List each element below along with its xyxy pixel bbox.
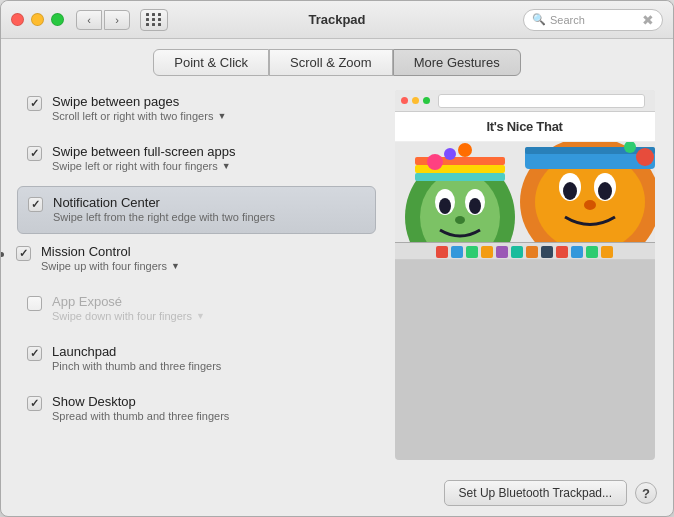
browser-close-dot — [401, 97, 408, 104]
launchpad-checkbox[interactable] — [27, 346, 42, 361]
grid-icon — [146, 13, 162, 26]
show-desktop-checkbox-wrap — [27, 396, 42, 411]
app-expose-checkbox[interactable] — [27, 296, 42, 311]
content-area: Swipe between pages Scroll left or right… — [1, 82, 673, 472]
swipe-fullscreen-checkbox-wrap — [27, 146, 42, 161]
tab-bar: Point & Click Scroll & Zoom More Gesture… — [1, 39, 673, 82]
mission-control-dropdown-icon[interactable]: ▼ — [171, 261, 180, 271]
swipe-pages-title: Swipe between pages — [52, 94, 226, 109]
browser-preview: It's Nice That — [395, 90, 655, 260]
svg-point-19 — [598, 182, 612, 200]
app-expose-desc: Swipe down with four fingers ▼ — [52, 310, 205, 322]
traffic-lights — [11, 13, 64, 26]
svg-point-17 — [563, 182, 577, 200]
minimize-button[interactable] — [31, 13, 44, 26]
tab-more-gestures[interactable]: More Gestures — [393, 49, 521, 76]
notification-center-desc: Swipe left from the right edge with two … — [53, 211, 275, 223]
swipe-fullscreen-title: Swipe between full-screen apps — [52, 144, 236, 159]
swipe-fullscreen-desc: Swipe left or right with four fingers ▼ — [52, 160, 236, 172]
launchpad-title: Launchpad — [52, 344, 221, 359]
dock-icon — [571, 246, 583, 258]
show-desktop-desc: Spread with thumb and three fingers — [52, 410, 229, 422]
svg-point-6 — [469, 198, 481, 214]
gesture-notification-center: Notification Center Swipe left from the … — [17, 186, 376, 234]
tab-point-click[interactable]: Point & Click — [153, 49, 269, 76]
show-desktop-title: Show Desktop — [52, 394, 229, 409]
maximize-button[interactable] — [51, 13, 64, 26]
dock-icon — [541, 246, 553, 258]
launchpad-desc: Pinch with thumb and three fingers — [52, 360, 221, 372]
notification-center-text: Notification Center Swipe left from the … — [53, 195, 275, 223]
swipe-pages-checkbox[interactable] — [27, 96, 42, 111]
app-expose-title: App Exposé — [52, 294, 205, 309]
mission-control-checkbox-wrap — [16, 246, 31, 261]
svg-point-4 — [439, 198, 451, 214]
dock-icon — [586, 246, 598, 258]
dock-icon — [496, 246, 508, 258]
svg-point-11 — [427, 154, 443, 170]
gesture-list: Swipe between pages Scroll left or right… — [17, 86, 376, 464]
preview-panel: It's Nice That — [392, 86, 657, 464]
gesture-launchpad: Launchpad Pinch with thumb and three fin… — [17, 336, 376, 384]
svg-point-7 — [455, 216, 465, 224]
nav-buttons: ‹ › — [76, 10, 130, 30]
dock-icon — [451, 246, 463, 258]
gesture-show-desktop: Show Desktop Spread with thumb and three… — [17, 386, 376, 434]
forward-button[interactable]: › — [104, 10, 130, 30]
grid-button[interactable] — [140, 9, 168, 31]
close-button[interactable] — [11, 13, 24, 26]
browser-max-dot — [423, 97, 430, 104]
colorful-art — [395, 142, 655, 242]
back-button[interactable]: ‹ — [76, 10, 102, 30]
browser-url-bar — [438, 94, 645, 108]
tab-scroll-zoom[interactable]: Scroll & Zoom — [269, 49, 393, 76]
mission-control-text: Mission Control Swipe up with four finge… — [41, 244, 180, 272]
trackpad-window: ‹ › Trackpad 🔍 Search ✖ Point & Click Sc… — [0, 0, 674, 517]
dock-icon — [436, 246, 448, 258]
browser-bar — [395, 90, 655, 112]
swipe-pages-checkbox-wrap — [27, 96, 42, 111]
search-icon: 🔍 — [532, 13, 546, 26]
gesture-swipe-fullscreen: Swipe between full-screen apps Swipe lef… — [17, 136, 376, 184]
mission-control-checkbox[interactable] — [16, 246, 31, 261]
site-header: It's Nice That — [395, 112, 655, 142]
notification-center-checkbox-wrap — [28, 197, 43, 212]
dock-icon — [556, 246, 568, 258]
svg-point-13 — [458, 143, 472, 157]
gesture-mission-control: Mission Control Swipe up with four finge… — [12, 236, 376, 284]
app-expose-dropdown-icon[interactable]: ▼ — [196, 311, 205, 321]
dock-icon — [526, 246, 538, 258]
browser-content: It's Nice That — [395, 112, 655, 260]
notification-center-checkbox[interactable] — [28, 197, 43, 212]
swipe-pages-text: Swipe between pages Scroll left or right… — [52, 94, 226, 122]
mission-control-dot — [1, 252, 4, 257]
search-clear-icon[interactable]: ✖ — [642, 12, 654, 28]
svg-point-23 — [636, 148, 654, 166]
svg-point-20 — [584, 200, 596, 210]
browser-min-dot — [412, 97, 419, 104]
svg-point-12 — [444, 148, 456, 160]
search-bar[interactable]: 🔍 Search ✖ — [523, 9, 663, 31]
show-desktop-checkbox[interactable] — [27, 396, 42, 411]
trackpad-preview: It's Nice That — [395, 90, 655, 460]
help-button[interactable]: ? — [635, 482, 657, 504]
art-svg — [395, 142, 655, 242]
mission-control-desc: Swipe up with four fingers ▼ — [41, 260, 180, 272]
swipe-pages-dropdown-icon[interactable]: ▼ — [217, 111, 226, 121]
app-expose-text: App Exposé Swipe down with four fingers … — [52, 294, 205, 322]
dock-icon — [601, 246, 613, 258]
swipe-pages-desc: Scroll left or right with two fingers ▼ — [52, 110, 226, 122]
gesture-app-expose: App Exposé Swipe down with four fingers … — [17, 286, 376, 334]
search-placeholder: Search — [550, 14, 638, 26]
window-title: Trackpad — [308, 12, 365, 27]
dock-icon — [481, 246, 493, 258]
gesture-swipe-pages: Swipe between pages Scroll left or right… — [17, 86, 376, 134]
swipe-fullscreen-dropdown-icon[interactable]: ▼ — [222, 161, 231, 171]
notification-center-title: Notification Center — [53, 195, 275, 210]
swipe-fullscreen-text: Swipe between full-screen apps Swipe lef… — [52, 144, 236, 172]
mission-control-title: Mission Control — [41, 244, 180, 259]
launchpad-checkbox-wrap — [27, 346, 42, 361]
swipe-fullscreen-checkbox[interactable] — [27, 146, 42, 161]
setup-bluetooth-button[interactable]: Set Up Bluetooth Trackpad... — [444, 480, 627, 506]
launchpad-text: Launchpad Pinch with thumb and three fin… — [52, 344, 221, 372]
